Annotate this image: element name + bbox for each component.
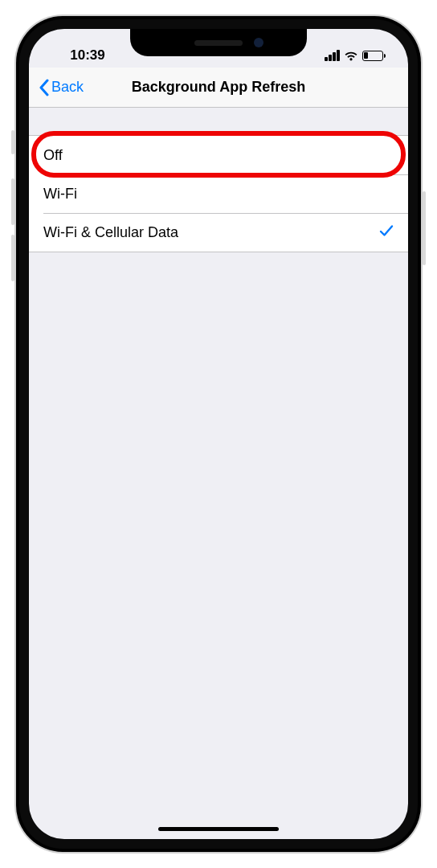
volume-down-button <box>11 235 14 281</box>
device-frame: 10:39 <box>0 0 437 868</box>
content-area: Off Wi-Fi Wi-Fi & Cellular Data <box>29 135 408 252</box>
power-button <box>423 191 426 265</box>
speaker-grille <box>194 40 243 46</box>
back-button[interactable]: Back <box>35 76 87 100</box>
option-wifi-cellular[interactable]: Wi-Fi & Cellular Data <box>29 213 408 252</box>
wifi-icon <box>344 51 358 61</box>
status-time: 10:39 <box>51 47 124 63</box>
option-wifi[interactable]: Wi-Fi <box>29 174 408 213</box>
navigation-bar: Back Background App Refresh <box>29 68 408 108</box>
back-label: Back <box>51 79 84 96</box>
volume-up-button <box>11 178 14 225</box>
cellular-signal-icon <box>325 50 340 61</box>
front-camera <box>254 38 263 47</box>
battery-icon <box>362 51 386 61</box>
home-indicator[interactable] <box>158 827 279 831</box>
option-label: Wi-Fi & Cellular Data <box>43 224 178 241</box>
options-list: Off Wi-Fi Wi-Fi & Cellular Data <box>29 135 408 252</box>
option-label: Off <box>43 147 63 164</box>
option-label: Wi-Fi <box>43 186 77 203</box>
checkmark-icon <box>379 223 394 242</box>
notch <box>130 29 307 56</box>
option-off[interactable]: Off <box>29 136 408 174</box>
chevron-left-icon <box>39 79 49 96</box>
screen: 10:39 <box>29 29 408 839</box>
silence-switch <box>11 130 14 154</box>
